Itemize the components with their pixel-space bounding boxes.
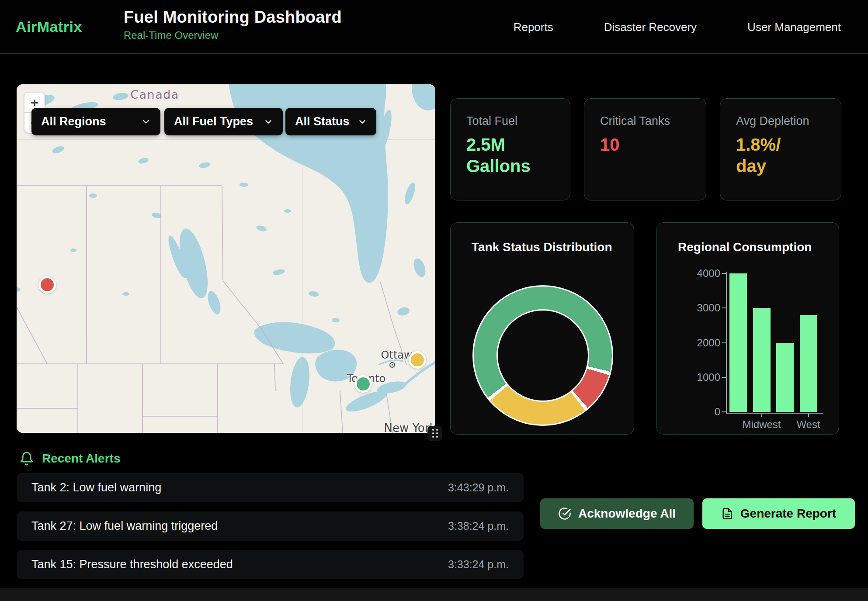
map[interactable]: CanadaOttawaTorontoNew York + − All Regi…	[17, 84, 435, 433]
map-basemap	[17, 84, 435, 433]
stat-value: 1.8%/ day	[736, 134, 825, 177]
app-logo[interactable]: AirMatrix	[16, 18, 82, 35]
stat-label: Avg Depletion	[736, 114, 825, 128]
recent-alerts-header: Recent Alerts	[19, 450, 120, 467]
alert-message: Tank 2: Low fuel warning	[31, 481, 161, 494]
alert-row[interactable]: Tank 15: Pressure threshold exceeded 3:3…	[17, 550, 524, 579]
tank-marker-warning[interactable]	[409, 351, 426, 369]
alert-timestamp: 3:43:29 p.m.	[448, 481, 509, 494]
fuel-monitoring-dashboard: AirMatrix Fuel Monitoring Dashboard Real…	[0, 0, 868, 601]
donut-chart-title: Tank Status Distribution	[472, 240, 612, 254]
page-title: Fuel Monitoring Dashboard	[124, 8, 342, 27]
y-axis-tick	[722, 411, 726, 412]
x-axis-tick	[808, 414, 809, 417]
y-axis-tick	[722, 273, 726, 274]
stat-card-avg-depletion: Avg Depletion 1.8%/ day	[720, 98, 841, 200]
bar-northeast[interactable]	[729, 273, 747, 412]
alert-row[interactable]: Tank 2: Low fuel warning 3:43:29 p.m.	[17, 473, 524, 502]
bar-midwest[interactable]	[753, 308, 771, 412]
stat-value: 10	[600, 134, 690, 155]
stat-card-critical-tanks: Critical Tanks 10	[584, 98, 706, 200]
x-axis-tick-label: Midwest	[742, 418, 781, 431]
footer-strip	[0, 588, 868, 601]
alert-message: Tank 15: Pressure threshold exceeded	[31, 558, 233, 571]
tank-marker-critical[interactable]	[38, 276, 56, 294]
y-axis-tick-label: 3000	[657, 302, 720, 314]
tank-status-distribution-card: Tank Status Distribution	[450, 222, 634, 435]
stat-card-total-fuel: Total Fuel 2.5M Gallons	[450, 98, 570, 200]
page-subtitle: Real-Time Overview	[124, 29, 342, 41]
stat-label: Total Fuel	[466, 114, 554, 128]
x-axis-tick	[761, 414, 762, 417]
donut-hole	[496, 309, 589, 402]
stat-value: 2.5M Gallons	[466, 134, 554, 177]
check-circle-icon	[558, 507, 571, 520]
nav-user-management[interactable]: User Management	[747, 21, 841, 34]
fuel-type-filter-dropdown[interactable]: All Fuel Types	[164, 108, 283, 135]
bar-south[interactable]	[776, 343, 794, 412]
header: AirMatrix Fuel Monitoring Dashboard Real…	[0, 0, 868, 54]
grip-dots-icon	[432, 429, 438, 438]
acknowledge-all-label: Acknowledge All	[578, 507, 676, 521]
region-filter-dropdown[interactable]: All Regions	[31, 108, 160, 135]
title-block: Fuel Monitoring Dashboard Real-Time Over…	[124, 8, 342, 41]
y-axis-tick-label: 1000	[657, 371, 720, 383]
y-axis-line	[726, 272, 727, 414]
main-nav: Reports Disaster Recovery User Managemen…	[514, 0, 841, 54]
y-axis-tick	[722, 342, 726, 343]
alert-timestamp: 3:33:24 p.m.	[448, 558, 509, 571]
y-axis-tick	[722, 377, 726, 378]
nav-disaster-recovery[interactable]: Disaster Recovery	[604, 21, 697, 34]
file-text-icon	[721, 508, 733, 520]
y-axis-tick-label: 4000	[657, 267, 720, 280]
alert-message: Tank 27: Low fuel warning triggered	[31, 519, 218, 533]
y-axis-tick-label: 2000	[657, 337, 720, 349]
status-filter-label: All Status	[295, 115, 350, 128]
tank-marker-normal[interactable]	[354, 375, 372, 393]
generate-report-button[interactable]: Generate Report	[702, 498, 855, 529]
generate-report-label: Generate Report	[740, 507, 836, 521]
recent-alerts-title: Recent Alerts	[42, 452, 120, 466]
regional-consumption-bar-chart[interactable]: 01000200030004000MidwestWest	[657, 223, 839, 434]
ottawa-town-symbol	[389, 362, 395, 368]
alert-row[interactable]: Tank 27: Low fuel warning triggered 3:38…	[17, 511, 524, 541]
bell-icon	[19, 451, 34, 466]
chevron-down-icon	[358, 117, 367, 127]
bar-west[interactable]	[800, 315, 817, 412]
region-filter-label: All Regions	[41, 115, 106, 128]
chevron-down-icon	[264, 117, 273, 127]
fuel-type-filter-label: All Fuel Types	[174, 115, 253, 128]
status-filter-dropdown[interactable]: All Status	[285, 108, 376, 135]
nav-reports[interactable]: Reports	[514, 21, 553, 34]
acknowledge-all-button[interactable]: Acknowledge All	[540, 498, 694, 529]
alert-timestamp: 3:38:24 p.m.	[448, 520, 509, 532]
stat-label: Critical Tanks	[600, 114, 690, 128]
regional-consumption-card: Regional Consumption 01000200030004000Mi…	[656, 222, 839, 435]
x-axis-tick-label: West	[796, 418, 820, 431]
map-resize-handle[interactable]	[427, 426, 442, 441]
y-axis-tick	[722, 307, 726, 308]
y-axis-tick-label: 0	[657, 406, 720, 418]
chevron-down-icon	[141, 117, 151, 127]
